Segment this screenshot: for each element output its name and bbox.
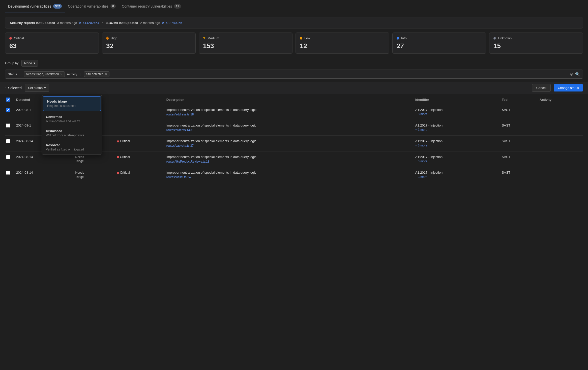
tab-container[interactable]: Container registry vulnerabilities 12 [119,0,184,13]
security-bar: Security reports last updated 3 months a… [5,17,583,28]
filter-bar: Status || Needs triage, Confirmed ✕ Acti… [5,70,583,79]
severity-card-critical[interactable]: Critical 63 [5,33,99,54]
row-checkbox-cell [5,167,13,183]
row-activity [537,167,583,183]
chevron-down-icon: ▾ [34,61,35,65]
row-desc-link[interactable]: routes/order.ts:140 [166,128,192,132]
row-desc-link[interactable]: routes/wallet.ts:24 [166,175,191,179]
row-identifier-more[interactable]: + 3 more [415,112,427,116]
dismissed-desc: Will not fix or a false-positive [46,134,98,137]
critical-count: 63 [9,42,95,50]
activity-filter-close-icon[interactable]: ✕ [105,73,107,76]
clear-filters-button[interactable]: ⊗ [570,72,573,77]
row-identifier-more[interactable]: + 3 more [415,128,427,132]
row-identifier: A1:2017 - Injection + 3 more [412,151,499,167]
set-status-dropdown: Needs triage Requires assessment Confirm… [42,95,102,155]
row-description: Improper neutralization of special eleme… [163,120,412,136]
tab-container-badge: 12 [174,4,181,9]
tab-dev-badge: 302 [53,4,62,9]
row-identifier-more[interactable]: + 3 more [415,175,427,179]
row-status: NeedsTriage [72,167,114,183]
unknown-label: ? Unknown [493,36,579,40]
sboms-time: 2 months ago [140,21,160,25]
unknown-count: 15 [493,42,579,50]
action-bar: 1 Selected Set status ▾ Needs triage Req… [0,82,588,94]
needs-triage-desc: Requires assessment [47,104,97,108]
group-by-label: Group by: [5,61,19,65]
search-button[interactable]: 🔍 [575,72,580,77]
tab-container-label: Container registry vulnerabilities [122,4,172,8]
header-description: Description [163,95,412,104]
sboms-link[interactable]: #1432740255 [162,21,182,25]
change-status-button[interactable]: Change status [554,84,583,91]
row-checkbox-2[interactable] [6,139,10,143]
row-description: Improper neutralization of special eleme… [163,167,412,183]
row-checkbox-0[interactable] [6,108,10,112]
row-desc-link[interactable]: routes/captcha.ts:37 [166,144,194,147]
row-identifier-more[interactable]: + 3 more [415,144,427,147]
row-tool: SAST [499,136,537,151]
row-activity [537,136,583,151]
critical-dot [9,37,12,40]
header-tool: Tool [499,95,537,104]
severity-card-low[interactable]: Low 12 [296,33,389,54]
row-checkbox-4[interactable] [6,171,10,175]
select-all-checkbox[interactable] [6,98,10,102]
info-label: i Info [397,36,482,40]
medium-label: Medium [203,36,288,40]
row-checkbox-1[interactable] [6,124,10,128]
severity-card-info[interactable]: i Info 27 [392,33,486,54]
tab-dev[interactable]: Development vulnerabilities 302 [5,0,65,13]
needs-triage-title: Needs triage [47,100,97,103]
row-severity: Critical [114,151,163,167]
filter-sep-1: || [19,72,22,76]
row-desc-link[interactable]: routes/address.ts:18 [166,113,194,116]
high-count: 32 [106,42,191,50]
row-checkbox-cell [5,120,13,136]
cancel-button[interactable]: Cancel [532,84,551,92]
row-activity [537,120,583,136]
row-identifier-more[interactable]: + 3 more [415,160,427,163]
tab-ops[interactable]: Operational vulnerabilities 0 [65,0,119,13]
group-by-container: Group by: None ▾ [5,60,38,67]
status-filter-close-icon[interactable]: ✕ [60,73,63,76]
dismissed-title: Dismissed [46,129,98,133]
group-by-button[interactable]: None ▾ [21,60,38,67]
security-reports-link[interactable]: #1414202464 [79,21,99,25]
dropdown-item-dismissed[interactable]: Dismissed Will not fix or a false-positi… [42,126,102,140]
row-checkbox-3[interactable] [6,155,10,159]
confirmed-desc: A true-positive and will fix [46,119,98,123]
severity-cards: Critical 63 High 32 Medium 153 Low 12 i … [0,33,588,54]
row-severity [114,120,163,136]
row-description: Improper neutralization of special eleme… [163,136,412,151]
status-filter-tag[interactable]: Needs triage, Confirmed ✕ [24,71,65,77]
sboms-label: SBOMs last updated [106,21,138,25]
row-checkbox-cell [5,136,13,151]
resolved-title: Resolved [46,143,98,147]
dropdown-item-resolved[interactable]: Resolved Verified as fixed or mitigated [42,140,102,154]
unknown-dot: ? [493,37,496,40]
severity-card-medium[interactable]: Medium 153 [199,33,292,54]
low-dot [300,37,302,40]
row-identifier: A1:2017 - Injection + 3 more [412,120,499,136]
confirmed-title: Confirmed [46,115,98,119]
row-checkbox-cell [5,104,13,120]
tab-dev-label: Development vulnerabilities [8,4,51,8]
security-reports-time: 3 months ago [57,21,77,25]
activity-filter-tag[interactable]: Still detected ✕ [84,71,110,77]
table-row: 2024-08-14 NeedsTriage Critical Improper… [5,167,583,183]
dropdown-item-confirmed[interactable]: Confirmed A true-positive and will fix [42,112,102,126]
row-activity [537,104,583,120]
row-tool: SAST [499,167,537,183]
activity-filter-label: Activity [67,72,77,76]
filter-sep-2: || [79,72,82,76]
row-description: Improper neutralization of special eleme… [163,151,412,167]
row-severity: Critical [114,167,163,183]
set-status-button[interactable]: Set status ▾ [25,84,49,92]
high-label: High [106,36,191,40]
severity-card-high[interactable]: High 32 [102,33,196,54]
row-desc-link[interactable]: routes/likeProductReviews.ts:18 [166,160,210,163]
severity-card-unknown[interactable]: ? Unknown 15 [489,33,583,54]
dropdown-item-needs-triage[interactable]: Needs triage Requires assessment [43,96,101,111]
info-dot: i [397,37,399,40]
